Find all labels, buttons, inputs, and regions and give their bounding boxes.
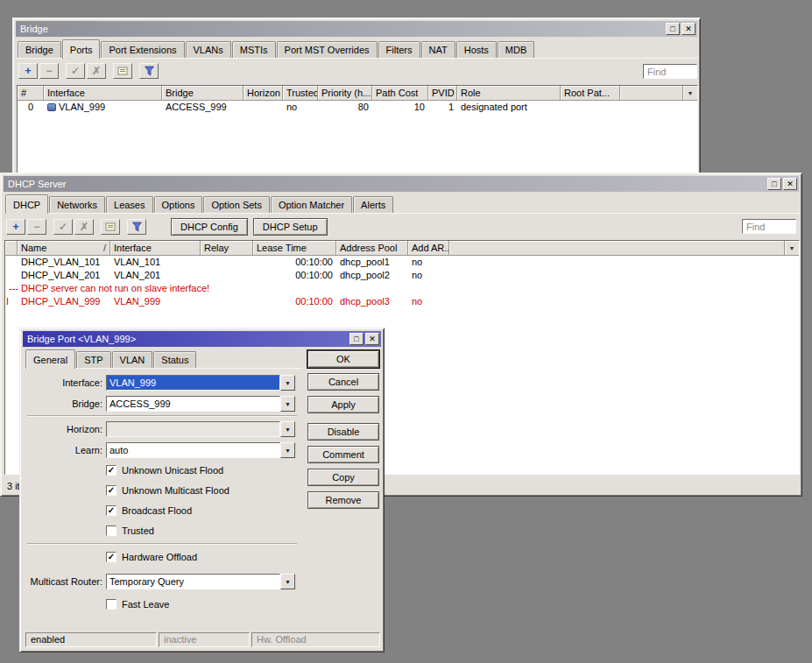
dropdown-icon[interactable]: ▼ xyxy=(280,442,295,458)
enable-button[interactable]: ✓ xyxy=(53,219,73,235)
dhcp-row[interactable]: DHCP_VLAN_101 VLAN_101 00:10:00 dhcp_poo… xyxy=(5,256,799,269)
interface-combo[interactable]: VLAN_999 ▼ xyxy=(106,375,295,391)
column-header-horizon[interactable]: Horizon xyxy=(244,86,283,101)
comment-icon xyxy=(117,66,128,76)
find-input[interactable] xyxy=(742,219,796,234)
cancel-button[interactable]: Cancel xyxy=(307,373,379,391)
tab-filters[interactable]: Filters xyxy=(378,41,420,58)
checkmark-icon: ✓ xyxy=(108,506,115,515)
tab-vlans[interactable]: VLANs xyxy=(186,41,231,58)
column-header-num[interactable]: # xyxy=(18,86,44,101)
horizon-combo[interactable]: ▼ xyxy=(106,421,295,437)
tab-bridge[interactable]: Bridge xyxy=(18,41,61,58)
dhcp-titlebar[interactable]: DHCP Server □ ✕ xyxy=(4,176,799,192)
column-header-address-pool[interactable]: Address Pool xyxy=(336,241,408,256)
enable-button[interactable]: ✓ xyxy=(66,63,85,79)
column-header-lease-time[interactable]: Lease Time xyxy=(253,241,336,256)
tab-mdb[interactable]: MDB xyxy=(498,41,534,58)
filter-button[interactable] xyxy=(127,219,146,235)
tab-options[interactable]: Options xyxy=(154,196,203,213)
tab-vlan[interactable]: VLAN xyxy=(112,351,153,368)
maximize-icon[interactable]: □ xyxy=(666,23,680,35)
bridge-port-row[interactable]: 0 VLAN_999 ACCESS_999 no 80 10 1 designa… xyxy=(18,101,697,114)
unknown-unicast-flood-checkbox[interactable]: ✓ Unknown Unicast Flood xyxy=(106,464,223,476)
filter-button[interactable] xyxy=(139,63,159,79)
bridge-titlebar[interactable]: Bridge □ ✕ xyxy=(16,21,697,37)
column-header-interface[interactable]: Interface xyxy=(110,241,201,256)
column-header-role[interactable]: Role xyxy=(457,86,561,101)
disable-button[interactable]: Disable xyxy=(307,423,379,441)
close-icon[interactable]: ✕ xyxy=(681,23,695,35)
cell-priority: 80 xyxy=(318,101,372,114)
column-header-name[interactable]: Name / xyxy=(18,241,110,256)
learn-combo[interactable]: auto ▼ xyxy=(106,442,295,458)
tab-networks[interactable]: Networks xyxy=(49,196,105,213)
column-header-priority[interactable]: Priority (h... xyxy=(318,86,372,101)
unknown-multicast-flood-checkbox[interactable]: ✓ Unknown Multicast Flood xyxy=(106,484,229,497)
column-selector-icon[interactable]: ▼ xyxy=(784,241,799,256)
tab-ports[interactable]: Ports xyxy=(62,39,101,59)
tab-port-mst-overrides[interactable]: Port MST Overrides xyxy=(277,41,378,58)
disable-button[interactable]: ✗ xyxy=(74,219,94,235)
close-icon[interactable]: ✕ xyxy=(783,178,797,190)
comment-button[interactable]: Comment xyxy=(307,446,379,463)
apply-button[interactable]: Apply xyxy=(307,396,379,413)
tab-option-matcher[interactable]: Option Matcher xyxy=(271,196,352,213)
column-header-path-cost[interactable]: Path Cost xyxy=(372,86,428,101)
dhcp-list-header: Name / Interface Relay Lease Time Addres… xyxy=(5,241,799,256)
cell-add-arp: no xyxy=(408,269,449,282)
minus-icon: − xyxy=(33,222,39,232)
disable-button[interactable]: ✗ xyxy=(87,63,106,79)
add-button[interactable]: + xyxy=(18,63,38,79)
dhcp-row-invalid[interactable]: I DHCP_VLAN_999 VLAN_999 00:10:00 dhcp_p… xyxy=(5,295,799,308)
comment-button[interactable] xyxy=(113,63,132,79)
dropdown-icon[interactable]: ▼ xyxy=(280,574,295,589)
ok-button[interactable]: OK xyxy=(307,350,379,368)
column-header-add-arp[interactable]: Add AR... xyxy=(408,241,449,256)
dialog-titlebar[interactable]: Bridge Port <VLAN_999> □ ✕ xyxy=(23,331,381,347)
maximize-icon[interactable]: □ xyxy=(350,333,364,345)
tab-mstis[interactable]: MSTIs xyxy=(232,41,276,58)
column-header-flags[interactable] xyxy=(5,241,18,256)
close-icon[interactable]: ✕ xyxy=(365,333,379,345)
remove-button[interactable]: − xyxy=(39,63,59,79)
remove-button[interactable]: Remove xyxy=(307,491,379,509)
tab-option-sets[interactable]: Option Sets xyxy=(203,196,269,213)
multicast-router-combo[interactable]: Temporary Query ▼ xyxy=(106,574,295,589)
tab-dhcp[interactable]: DHCP xyxy=(5,194,48,214)
column-header-root-path[interactable]: Root Pat... xyxy=(561,86,620,101)
column-selector-icon[interactable]: ▼ xyxy=(682,86,697,101)
remove-button[interactable]: − xyxy=(27,219,46,235)
tab-general[interactable]: General xyxy=(25,349,75,369)
dropdown-icon[interactable]: ▼ xyxy=(280,375,295,391)
column-header-interface[interactable]: Interface xyxy=(44,86,162,101)
dropdown-icon[interactable]: ▼ xyxy=(280,421,295,437)
comment-button[interactable] xyxy=(101,219,120,235)
dhcp-setup-button[interactable]: DHCP Setup xyxy=(253,218,328,236)
checkbox-label: Trusted xyxy=(122,525,154,536)
dhcp-row[interactable]: DHCP_VLAN_201 VLAN_201 00:10:00 dhcp_poo… xyxy=(5,269,799,282)
column-header-bridge[interactable]: Bridge xyxy=(162,86,244,101)
broadcast-flood-checkbox[interactable]: ✓ Broadcast Flood xyxy=(106,504,192,517)
cell-interface: VLAN_201 xyxy=(110,269,201,282)
find-input[interactable] xyxy=(643,64,697,79)
dropdown-icon[interactable]: ▼ xyxy=(280,396,295,412)
fast-leave-checkbox[interactable]: Fast Leave xyxy=(106,598,169,610)
add-button[interactable]: + xyxy=(6,219,25,235)
tab-status[interactable]: Status xyxy=(153,351,196,368)
dhcp-config-button[interactable]: DHCP Config xyxy=(171,218,248,236)
tab-leases[interactable]: Leases xyxy=(106,196,152,213)
bridge-combo[interactable]: ACCESS_999 ▼ xyxy=(106,396,295,412)
column-header-pvid[interactable]: PVID xyxy=(428,86,457,101)
tab-stp[interactable]: STP xyxy=(76,351,110,368)
tab-port-extensions[interactable]: Port Extensions xyxy=(101,41,184,58)
copy-button[interactable]: Copy xyxy=(307,469,379,486)
maximize-icon[interactable]: □ xyxy=(767,178,781,190)
column-header-relay[interactable]: Relay xyxy=(201,241,253,256)
trusted-checkbox[interactable]: Trusted xyxy=(106,525,154,537)
tab-alerts[interactable]: Alerts xyxy=(353,196,393,213)
tab-hosts[interactable]: Hosts xyxy=(456,41,497,58)
tab-nat[interactable]: NAT xyxy=(421,41,455,58)
column-header-trusted[interactable]: Trusted xyxy=(283,86,318,101)
hardware-offload-checkbox[interactable]: ✓ Hardware Offload xyxy=(106,551,197,563)
